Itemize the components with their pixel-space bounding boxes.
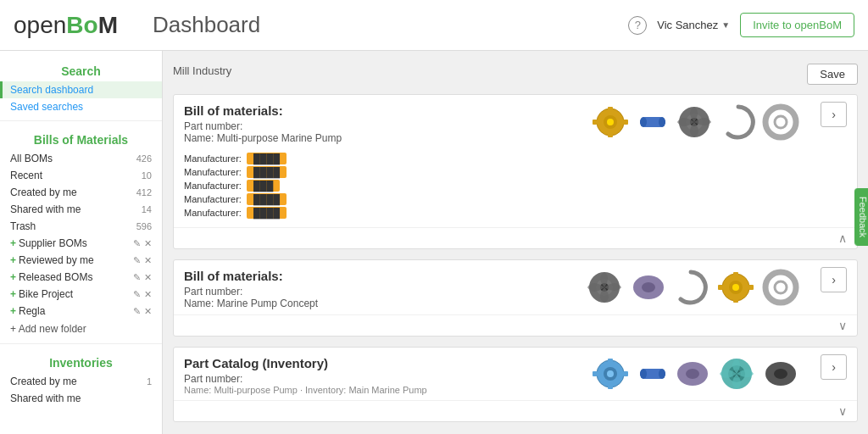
svg-point-37 <box>640 369 647 379</box>
sidebar-item-trash[interactable]: Trash 596 <box>0 218 162 235</box>
delete-icon[interactable]: ✕ <box>144 238 152 249</box>
part-image-disc-purple-2 <box>674 355 711 392</box>
edit-icon[interactable]: ✎ <box>133 255 141 266</box>
sidebar-item-all-boms[interactable]: All BOMs 426 <box>0 150 162 167</box>
part-image-ring-gray <box>720 103 757 141</box>
logo-m: M <box>98 12 118 38</box>
bom-card-1-footer: ∧ <box>174 227 857 248</box>
manufacturer-row: Manufacturer: ███ <box>184 180 847 192</box>
bom-card-3-arrow-btn[interactable]: › <box>821 354 847 380</box>
part-image-gear-gold-2 <box>715 269 757 306</box>
bom-card-3-footer: ∨ <box>174 400 857 421</box>
user-caret-icon: ▼ <box>721 20 730 30</box>
part-image-ring-gray-2 <box>672 269 709 306</box>
part-image-disc-purple <box>630 269 667 306</box>
svg-rect-35 <box>623 371 628 376</box>
sidebar-divider-2 <box>0 343 162 344</box>
bom-card-3: Part Catalog (Inventory) Part number: Na… <box>173 347 858 422</box>
sidebar-item-recent[interactable]: Recent 10 <box>0 167 162 184</box>
bom-card-1-name: Name: Multi-purpose Marine Pump <box>184 132 572 144</box>
user-name: Vic Sanchez <box>657 19 718 31</box>
bom-card-1-collapse-btn[interactable]: ∧ <box>838 231 847 245</box>
bom-card-2-arrow-btn[interactable]: › <box>821 267 847 292</box>
manufacturer-tag: ████ <box>247 207 287 219</box>
delete-icon[interactable]: ✕ <box>144 255 152 266</box>
bom-card-1-title: Bill of materials: <box>184 103 572 118</box>
bom-card-1: Bill of materials: Part number: Name: Mu… <box>173 94 858 249</box>
bom-card-3-title: Part Catalog (Inventory) <box>184 356 572 370</box>
svg-rect-33 <box>608 384 613 389</box>
manufacturer-row: Manufacturer: ████ <box>184 207 847 219</box>
svg-rect-4 <box>608 132 613 137</box>
bom-card-3-collapse-btn[interactable]: ∨ <box>838 404 847 418</box>
bom-card-2-name: Name: Marine Pump Concept <box>184 298 567 309</box>
user-menu[interactable]: Vic Sanchez ▼ <box>657 19 730 31</box>
save-button[interactable]: Save <box>807 64 858 85</box>
svg-rect-32 <box>608 359 613 364</box>
manufacturer-tag: ████ <box>247 166 287 178</box>
delete-icon[interactable]: ✕ <box>144 306 152 317</box>
manufacturer-row: Manufacturer: ████ <box>184 166 847 178</box>
bom-card-2-part: Part number: <box>184 286 567 298</box>
sidebar-item-bike-project[interactable]: + Bike Project ✎ ✕ <box>0 286 162 303</box>
svg-point-9 <box>659 117 665 127</box>
delete-icon[interactable]: ✕ <box>144 289 152 300</box>
delete-icon[interactable]: ✕ <box>144 272 152 283</box>
manufacturer-row: Manufacturer: ████ <box>184 193 847 205</box>
content-area: Mill Industry Save Bill of materials: Pa… <box>163 51 868 434</box>
sidebar-item-reviewed-by-me[interactable]: + Reviewed by me ✎ ✕ <box>0 252 162 269</box>
manufacturer-tag: ████ <box>247 193 287 205</box>
sidebar-item-supplier-boms[interactable]: + Supplier BOMs ✎ ✕ <box>0 235 162 252</box>
edit-icon[interactable]: ✎ <box>133 289 141 300</box>
edit-icon[interactable]: ✎ <box>133 306 141 317</box>
sidebar-item-regla[interactable]: + Regla ✎ ✕ <box>0 303 162 320</box>
svg-point-8 <box>640 117 647 127</box>
sidebar-item-shared-with-me[interactable]: Shared with me 14 <box>0 201 162 218</box>
sidebar-item-released-boms[interactable]: + Released BOMs ✎ ✕ <box>0 269 162 286</box>
sidebar-item-inventory-shared[interactable]: Shared with me <box>0 390 162 407</box>
sidebar-divider-1 <box>0 120 162 121</box>
edit-icon[interactable]: ✎ <box>133 238 141 249</box>
svg-point-40 <box>686 369 699 379</box>
bom-card-3-part: Part number: <box>184 373 572 385</box>
svg-rect-34 <box>593 371 598 376</box>
sidebar-item-inventory-created[interactable]: Created by me 1 <box>0 373 162 390</box>
logo-open: open <box>14 12 66 38</box>
header: openBoM Dashboard ? Vic Sanchez ▼ Invite… <box>0 0 868 51</box>
sidebar-item-saved-searches[interactable]: Saved searches <box>0 98 162 115</box>
bom-card-1-part: Part number: <box>184 120 572 132</box>
bom-card-2-collapse-btn[interactable]: ∨ <box>838 319 847 332</box>
help-icon[interactable]: ? <box>628 16 647 35</box>
part-image-impeller-teal <box>716 355 757 392</box>
add-folder-btn[interactable]: + Add new folder <box>0 320 162 338</box>
bom-section-title: Bills of Materials <box>0 126 162 150</box>
svg-rect-25 <box>718 285 723 290</box>
industry-label: Mill Industry <box>173 61 231 81</box>
part-image-pin-blue <box>637 103 669 141</box>
part-image-gear-gold <box>589 103 632 141</box>
sidebar: Search Search dashboard Saved searches B… <box>0 51 163 434</box>
svg-point-27 <box>765 272 796 303</box>
invite-button[interactable]: Invite to openBoM <box>740 13 854 37</box>
inventories-section-title: Inventories <box>0 349 162 373</box>
svg-point-2 <box>607 119 614 125</box>
svg-rect-3 <box>608 107 613 112</box>
svg-point-28 <box>775 281 787 293</box>
svg-rect-26 <box>748 285 754 290</box>
bom-card-1-arrow-btn[interactable]: › <box>821 102 847 127</box>
bom-card-1-manufacturers: Manufacturer: ████ Manufacturer: ████ Ma… <box>174 149 857 227</box>
manufacturer-tag: ████ <box>247 153 287 164</box>
bom-card-2-title: Bill of materials: <box>184 269 567 283</box>
svg-point-19 <box>642 282 655 292</box>
sidebar-item-created-by-me[interactable]: Created by me 412 <box>0 184 162 201</box>
edit-icon[interactable]: ✎ <box>133 272 141 283</box>
bom-card-3-name: Name: Multi-purpose Pump · Inventory: Ma… <box>184 385 572 395</box>
part-image-washer-gray <box>762 103 799 141</box>
svg-point-38 <box>659 369 665 379</box>
feedback-tab[interactable]: Feedback <box>854 188 868 246</box>
svg-rect-23 <box>733 272 738 277</box>
part-image-disc-dark <box>762 355 799 392</box>
part-image-washer-2 <box>762 269 799 306</box>
sidebar-item-search-dashboard[interactable]: Search dashboard <box>0 81 162 98</box>
header-right: ? Vic Sanchez ▼ Invite to openBoM <box>628 13 854 37</box>
